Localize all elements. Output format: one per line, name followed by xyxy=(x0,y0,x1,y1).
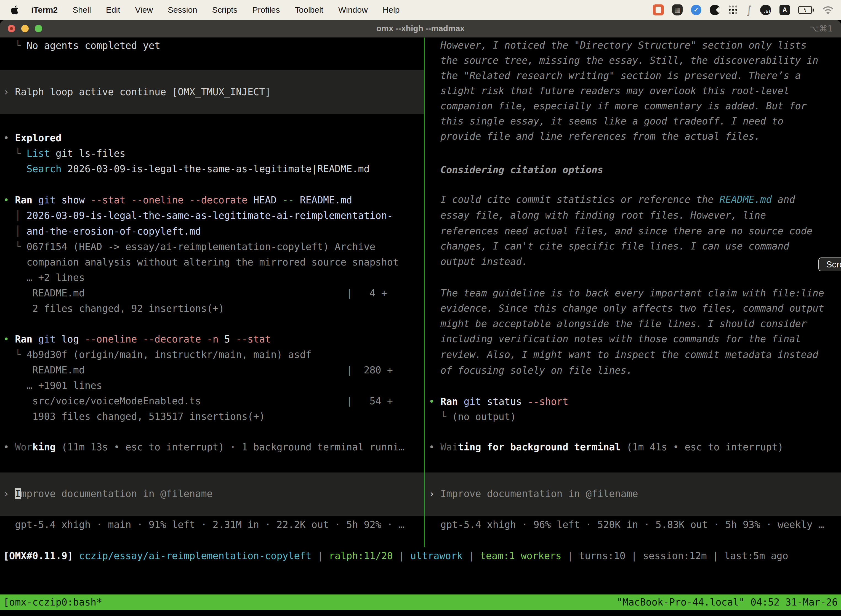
terminal-line: gpt-5.4 xhigh · 96% left · 520K in · 5.8… xyxy=(429,517,824,532)
menu-shell[interactable]: Shell xyxy=(65,5,98,15)
chat-icon[interactable] xyxy=(653,4,664,15)
menu-edit[interactable]: Edit xyxy=(98,5,128,15)
terminal-line: companion file, especially if more comme… xyxy=(429,98,807,114)
apple-logo-svg xyxy=(11,5,20,15)
terminal-line: … +1901 lines xyxy=(3,378,102,393)
terminal-line: review. Also, I might want to inspect th… xyxy=(429,347,818,362)
terminal-line: gpt-5.4 xhigh · main · 91% left · 2.31M … xyxy=(3,517,404,532)
left-pane[interactable]: └ No agents completed yet› Ralph loop ac… xyxy=(0,38,424,547)
terminal-line: Considering citation options xyxy=(429,162,603,177)
terminal-line: essay file, along with finding root file… xyxy=(429,208,766,223)
dots-grid-icon[interactable] xyxy=(728,5,738,15)
battery-icon[interactable]: ϟ xyxy=(798,6,814,14)
status-icons: ▦✓∫..61Aϟ xyxy=(653,4,841,15)
record-icon[interactable] xyxy=(710,5,720,15)
menu-toolbelt[interactable]: Toolbelt xyxy=(287,5,331,15)
terminal-line: src/voice/voiceModeEnabled.ts | 54 + xyxy=(3,393,393,409)
terminal-line: • Explored xyxy=(3,130,62,146)
terminal-line: │ and-the-erosion-of-copyleft.md xyxy=(3,224,201,239)
screenshot-tooltip: Scre xyxy=(818,258,841,271)
terminal-line: might be acceptable alongside the file l… xyxy=(429,316,807,331)
terminal-line: › Improve documentation in @filename xyxy=(429,486,638,502)
terminal-line: including verification notes with those … xyxy=(429,331,801,347)
tmux-session-label: [omx-cczip0:bash* xyxy=(3,597,102,608)
terminal-line: references need actual files, and since … xyxy=(429,223,813,239)
terminal-line: evidence. Since this change only affects… xyxy=(429,301,824,316)
omx-status-line: [OMX#0.11.9] cczip/essay/ai-reimplementa… xyxy=(3,548,788,563)
terminal-line: the source tree, missing the essay. Stil… xyxy=(429,53,818,68)
menu-scripts[interactable]: Scripts xyxy=(205,5,245,15)
terminal-line: provide file and line references from th… xyxy=(429,129,760,144)
terminal-line: • Ran git show --stat --oneline --decora… xyxy=(3,192,352,208)
apple-icon[interactable] xyxy=(11,5,20,15)
terminal-line: └ No agents completed yet xyxy=(3,38,160,53)
grid-shield-icon[interactable]: ▦ xyxy=(672,4,683,15)
menu-window[interactable]: Window xyxy=(331,5,375,15)
menu-iterm2[interactable]: iTerm2 xyxy=(24,5,65,15)
terminal-line: └ 4b9d30f (origin/main, instructkr/main,… xyxy=(3,347,312,362)
terminal-line: • Waiting for background terminal (1m 41… xyxy=(429,439,783,455)
terminal-line: • Working (11m 13s • esc to interrupt) ·… xyxy=(3,439,404,455)
hook-icon[interactable]: ∫ xyxy=(746,4,752,15)
terminal-line: README.md | 4 + xyxy=(3,285,387,301)
right-pane[interactable]: However, I noticed the "Directory Struct… xyxy=(425,38,841,547)
terminal-line: of focusing solely on file lines. xyxy=(429,363,632,378)
omx-status-bar: [OMX#0.11.9] cczip/essay/ai-reimplementa… xyxy=(3,548,788,563)
window-title: omx --xhigh --madmax xyxy=(0,20,841,37)
terminal-line: However, I noticed the "Directory Struct… xyxy=(429,38,807,53)
menu-view[interactable]: View xyxy=(128,5,160,15)
menu-items: iTerm2ShellEditViewSessionScriptsProfile… xyxy=(24,5,407,15)
menu-profiles[interactable]: Profiles xyxy=(245,5,287,15)
terminal-line: └ 067f154 (HEAD -> essay/ai-reimplementa… xyxy=(3,239,375,254)
terminal-line: › Improve documentation in @filename xyxy=(3,486,213,502)
tooltip-label: Scre xyxy=(826,260,841,270)
terminal-line: I could cite commit statistics or refere… xyxy=(429,192,795,207)
tmux-host-time: "MacBook-Pro-44.local" 04:52 31-Mar-26 xyxy=(617,597,838,608)
terminal-line: changes, I can't cite specific file line… xyxy=(429,238,789,254)
terminal-line: └ (no output) xyxy=(429,409,516,424)
title-bar[interactable]: omx --xhigh --madmax ⌥⌘1 xyxy=(0,20,841,38)
terminal-line: output instead. xyxy=(429,254,527,269)
terminal-line: • Ran git status --short xyxy=(429,394,568,409)
terminal-line: 2 files changed, 92 insertions(+) xyxy=(3,301,224,316)
terminal-line: README.md | 280 + xyxy=(3,362,393,378)
menu-bar: iTerm2ShellEditViewSessionScriptsProfile… xyxy=(0,0,841,20)
terminal-line: └ List git ls-files xyxy=(3,146,126,161)
input-source-icon[interactable]: A xyxy=(779,5,790,15)
terminal-line: │ 2026-03-09-is-legal-the-same-as-legiti… xyxy=(3,208,393,223)
terminal-line: … +2 lines xyxy=(3,270,85,285)
verified-badge-icon[interactable]: ✓ xyxy=(691,5,701,15)
terminal[interactable]: └ No agents completed yet› Ralph loop ac… xyxy=(0,38,841,616)
terminal-line: Search 2026-03-09-is-legal-the-same-as-l… xyxy=(3,161,370,177)
screen: iTerm2ShellEditViewSessionScriptsProfile… xyxy=(0,0,841,616)
terminal-line: 1903 files changed, 513517 insertions(+) xyxy=(3,409,265,424)
menu-help[interactable]: Help xyxy=(375,5,407,15)
terminal-line: companion analysis without altering the … xyxy=(3,254,399,270)
timer-61-icon[interactable]: ..61 xyxy=(760,5,771,15)
terminal-line: slight risk that future readers may over… xyxy=(429,83,789,98)
terminal-line: The team guideline is to back every impo… xyxy=(429,285,824,301)
tmux-status-bar: [omx-cczip0:bash* "MacBook-Pro-44.local"… xyxy=(0,594,841,610)
terminal-line: the "Related research writing" section i… xyxy=(429,68,801,84)
wifi-icon[interactable] xyxy=(822,6,834,14)
terminal-line: this single essay, it seems like a good … xyxy=(429,113,783,129)
menu-session[interactable]: Session xyxy=(160,5,205,15)
terminal-line: › Ralph loop active continue [OMX_TMUX_I… xyxy=(3,84,271,100)
terminal-line: • Ran git log --oneline --decorate -n 5 … xyxy=(3,331,271,347)
tab-shortcut: ⌥⌘1 xyxy=(810,20,833,37)
